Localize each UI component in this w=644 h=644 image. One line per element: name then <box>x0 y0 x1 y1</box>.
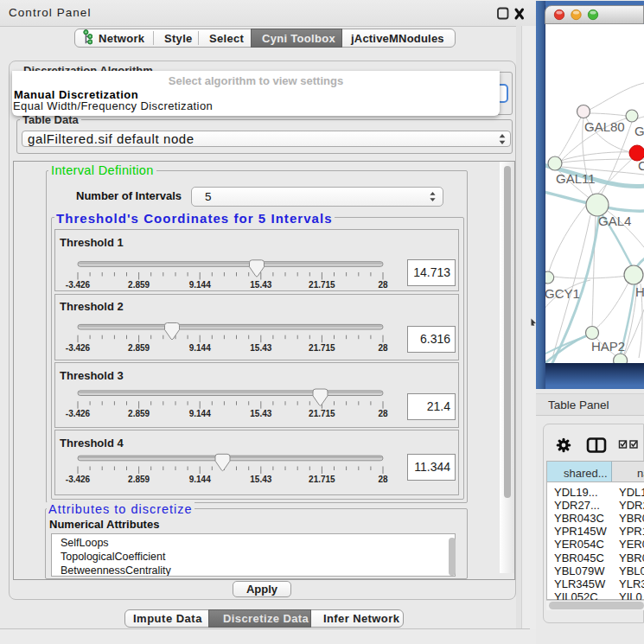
svg-text:21.715: 21.715 <box>309 409 335 418</box>
svg-text:28: 28 <box>378 409 388 418</box>
svg-text:9.144: 9.144 <box>189 280 211 290</box>
svg-text:15.43: 15.43 <box>250 342 271 352</box>
svg-text:9.144: 9.144 <box>189 409 211 418</box>
svg-text:9.144: 9.144 <box>189 475 211 484</box>
svg-text:H: H <box>635 284 644 299</box>
svg-text:15.43: 15.43 <box>250 409 271 418</box>
svg-text:-3.426: -3.426 <box>66 342 91 352</box>
svg-text:GAL11: GAL11 <box>556 171 596 186</box>
svg-text:C: C <box>638 158 644 173</box>
svg-text:2.859: 2.859 <box>128 475 150 484</box>
svg-text:HAP2: HAP2 <box>591 339 625 354</box>
svg-text:-3.426: -3.426 <box>66 475 91 484</box>
svg-text:28: 28 <box>378 280 388 290</box>
svg-text:21.715: 21.715 <box>309 280 335 290</box>
svg-text:GAL80: GAL80 <box>584 119 625 134</box>
svg-text:-3.426: -3.426 <box>66 409 91 418</box>
svg-text:21.715: 21.715 <box>309 342 335 352</box>
svg-text:21.715: 21.715 <box>309 475 335 484</box>
svg-text:28: 28 <box>378 475 388 484</box>
svg-text:28: 28 <box>378 342 388 352</box>
svg-text:-3.426: -3.426 <box>66 280 91 290</box>
svg-text:2.859: 2.859 <box>128 280 150 290</box>
svg-text:15.43: 15.43 <box>250 475 271 484</box>
svg-text:GCY1: GCY1 <box>545 286 580 301</box>
svg-text:9.144: 9.144 <box>189 342 211 352</box>
svg-text:2.859: 2.859 <box>128 409 150 418</box>
svg-text:GAL4: GAL4 <box>598 214 631 228</box>
svg-text:2.859: 2.859 <box>128 342 150 352</box>
svg-text:GA: GA <box>634 124 644 138</box>
svg-text:15.43: 15.43 <box>250 280 271 290</box>
